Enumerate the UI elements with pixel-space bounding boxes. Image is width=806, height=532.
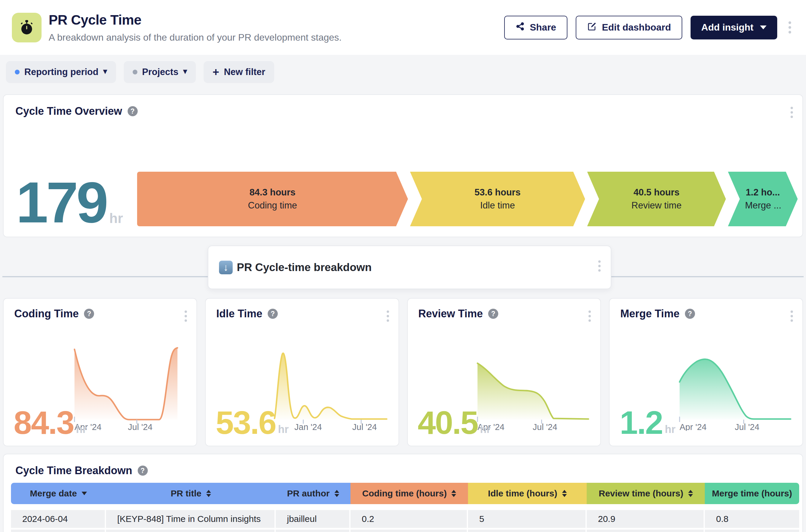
cell-pr-title: [KEYP-848] Time in Column insights (106, 510, 276, 528)
stage-value: 1.2 ho... (746, 187, 780, 198)
table-row-partial (11, 530, 795, 532)
coding-time-value: 84.3 hr (14, 410, 87, 436)
funnel-stage-merge: 1.2 ho... Merge ... (728, 172, 798, 226)
breakdown-kebab-menu[interactable] (595, 258, 604, 274)
sort-icon (562, 490, 567, 497)
x-tick: Jul '24 (533, 422, 557, 431)
review-time-title: Review Time (418, 307, 483, 320)
down-arrow-emoji-icon: ↓ (219, 261, 233, 274)
chevron-down-icon: ▾ (183, 67, 187, 76)
funnel-stage-review: 40.5 hours Review time (587, 172, 726, 226)
coding-kebab-menu[interactable] (182, 307, 190, 325)
blue-dot-icon (15, 70, 20, 74)
x-tick: Jul '24 (352, 422, 377, 431)
breakdown-strip: ↓ PR Cycle-time breakdown (0, 237, 806, 298)
cell-merge-time: 0.8 (705, 510, 799, 528)
sort-icon (206, 490, 211, 497)
column-label: PR title (171, 489, 201, 498)
value-number: 1.2 (620, 410, 662, 436)
merge-card-header: Merge Time ? (609, 299, 803, 320)
help-icon[interactable]: ? (685, 309, 695, 319)
column-header-idle-time[interactable]: Idle time (hours) (468, 483, 587, 504)
gray-dot-icon (133, 70, 138, 74)
merge-kebab-menu[interactable] (788, 307, 796, 325)
help-icon[interactable]: ? (268, 309, 278, 319)
pr-cycle-time-breakdown-card: ↓ PR Cycle-time breakdown (208, 246, 611, 289)
column-label: Merge time (hours) (712, 489, 792, 498)
coding-time-card: Coding Time ? Apr '24 Jul '24 8 (3, 298, 197, 446)
column-label: Review time (hours) (599, 489, 683, 498)
page-body: Reporting period ▾ Projects ▾ + New filt… (0, 55, 806, 532)
table-row[interactable]: 2024-06-04 [KEYP-848] Time in Column ins… (11, 510, 795, 528)
breakdown-card-title-wrap: ↓ PR Cycle-time breakdown (219, 261, 371, 274)
new-filter-button[interactable]: + New filter (204, 61, 274, 83)
column-header-merge-time[interactable]: Merge time (hours) (705, 483, 799, 504)
cell-merge-date: 2024-06-04 (11, 510, 106, 528)
value-number: 40.5 (418, 410, 478, 436)
cycle-time-funnel-chart: 84.3 hours Coding time 53.6 hours Idle t… (137, 172, 798, 226)
column-header-review-time[interactable]: Review time (hours) (587, 483, 705, 504)
cycle-time-breakdown-table-card: Cycle Time Breakdown ? Merge date PR tit… (3, 454, 803, 532)
idle-time-sparkline: Jan '24 Jul '24 (272, 342, 391, 431)
stage-label: Coding time (248, 200, 297, 211)
help-icon[interactable]: ? (128, 106, 138, 116)
share-button[interactable]: Share (504, 16, 567, 39)
value-number: 53.6 (216, 410, 276, 436)
column-header-pr-title[interactable]: PR title (106, 483, 276, 504)
cell-review-time: 20.9 (587, 510, 705, 528)
merge-time-card: Merge Time ? Apr '24 Jul '24 1. (609, 298, 803, 446)
x-tick: Jan '24 (294, 422, 322, 431)
plus-icon: + (213, 66, 219, 78)
review-kebab-menu[interactable] (586, 307, 594, 325)
stage-value: 84.3 hours (250, 187, 296, 198)
merge-time-value: 1.2 hr (620, 410, 675, 436)
help-icon[interactable]: ? (138, 466, 148, 476)
stopwatch-icon (12, 13, 41, 42)
filter-projects[interactable]: Projects ▾ (124, 61, 196, 83)
stage-label: Review time (631, 200, 682, 211)
value-number: 84.3 (14, 410, 74, 436)
sort-icon (688, 490, 693, 497)
chevron-down-icon (760, 25, 767, 30)
stage-value: 40.5 hours (634, 187, 680, 198)
x-tick: Jul '24 (735, 422, 759, 431)
merge-time-title: Merge Time (620, 307, 679, 320)
cell-coding-time: 0.2 (350, 510, 468, 528)
overview-title: Cycle Time Overview (15, 105, 122, 117)
add-insight-button[interactable]: Add insight (691, 16, 777, 39)
filter-bar: Reporting period ▾ Projects ▾ + New filt… (0, 55, 806, 89)
dashboard-header: PR Cycle Time A breakdown analysis of th… (0, 0, 806, 55)
stage-label: Idle time (480, 200, 515, 211)
edit-dashboard-button[interactable]: Edit dashboard (576, 16, 682, 39)
page-subtitle: A breakdown analysis of the duration of … (49, 32, 504, 43)
column-label: Coding time (hours) (362, 489, 447, 498)
cell-pr-author: jbailleul (276, 510, 350, 528)
overview-kebab-menu[interactable] (788, 104, 796, 121)
header-actions: Share Edit dashboard Add insight (504, 16, 794, 39)
chevron-down-icon: ▾ (103, 67, 107, 76)
edit-icon (587, 21, 597, 34)
column-header-coding-time[interactable]: Coding time (hours) (350, 483, 468, 504)
help-icon[interactable]: ? (84, 309, 94, 319)
funnel-stage-coding: 84.3 hours Coding time (137, 172, 408, 226)
stage-value: 53.6 hours (475, 187, 520, 198)
share-icon (515, 22, 525, 34)
metric-cards-row: Coding Time ? Apr '24 Jul '24 8 (3, 298, 803, 446)
stage-label: Merge ... (745, 200, 781, 211)
cycle-time-overview-card: Cycle Time Overview ? 179 hr 84.3 hours … (3, 94, 803, 237)
cell-idle-time: 5 (468, 510, 587, 528)
table-title: Cycle Time Breakdown (15, 464, 132, 477)
column-header-merge-date[interactable]: Merge date (11, 483, 106, 504)
coding-time-sparkline: Apr '24 Jul '24 (70, 342, 189, 431)
header-kebab-menu[interactable] (786, 18, 794, 37)
column-label: PR author (287, 489, 329, 498)
merge-time-sparkline: Apr '24 Jul '24 (676, 342, 795, 431)
idle-kebab-menu[interactable] (384, 307, 392, 325)
value-unit: hr (480, 423, 491, 436)
edit-dashboard-label: Edit dashboard (602, 22, 671, 33)
total-cycle-time: 179 hr (16, 179, 123, 226)
column-header-pr-author[interactable]: PR author (276, 483, 350, 504)
review-time-card: Review Time ? Apr '24 Jul '24 4 (407, 298, 601, 446)
help-icon[interactable]: ? (488, 309, 498, 319)
filter-reporting-period[interactable]: Reporting period ▾ (6, 61, 116, 83)
